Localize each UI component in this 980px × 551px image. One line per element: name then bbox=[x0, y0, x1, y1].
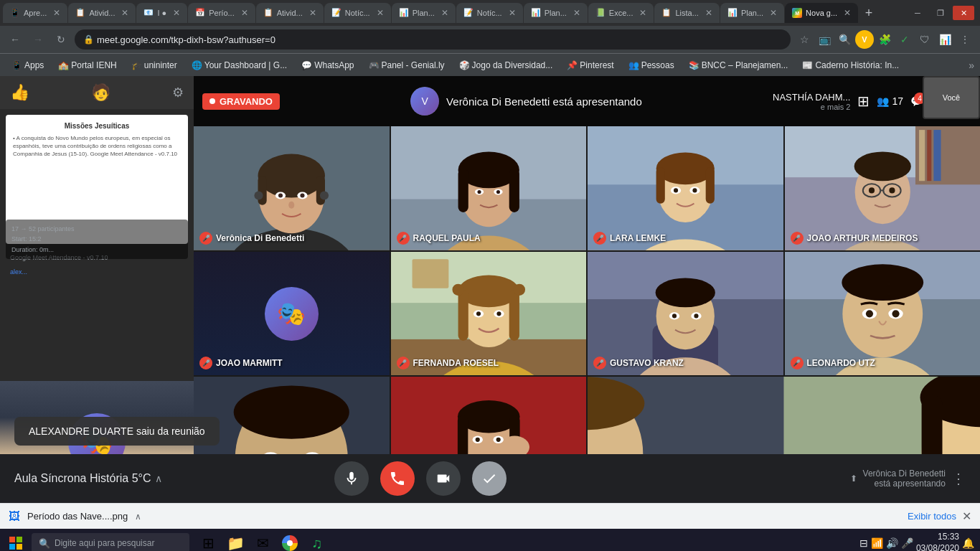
reload-button[interactable]: ↻ bbox=[52, 30, 70, 49]
chat-button[interactable]: 💬 4 bbox=[910, 95, 923, 107]
notification-icon[interactable]: 🔔 bbox=[962, 537, 974, 549]
microphone-button[interactable] bbox=[334, 461, 369, 496]
bookmark-caderno[interactable]: 📰 Caderno História: In... bbox=[796, 59, 905, 72]
tab-8[interactable]: 📝 Notíc... ✕ bbox=[456, 3, 523, 23]
tab-9[interactable]: 📊 Plan... ✕ bbox=[524, 3, 588, 23]
bookmark-genially[interactable]: 🎮 Panel - Genial.ly bbox=[363, 59, 451, 72]
bookmark-pinterest[interactable]: 📌 Pinterest bbox=[561, 59, 619, 72]
network-icon[interactable]: 📶 bbox=[871, 537, 883, 549]
emoji-reaction-button[interactable]: 🧑 bbox=[91, 83, 110, 102]
window-controls: ─ ❐ ✕ bbox=[907, 6, 977, 20]
extension-3-icon[interactable]: 📊 bbox=[936, 30, 954, 49]
tab-6[interactable]: 📝 Notíc... ✕ bbox=[324, 3, 391, 23]
tab-2[interactable]: 📋 Ativid... ✕ bbox=[68, 3, 136, 23]
task-view-icon: ⊞ bbox=[202, 534, 215, 551]
bookmark-genially-icon: 🎮 bbox=[369, 60, 379, 70]
extension-1-icon[interactable]: ✓ bbox=[895, 30, 914, 49]
tab-close-12[interactable]: ✕ bbox=[770, 8, 777, 18]
start-button[interactable] bbox=[0, 529, 32, 551]
captions-chevron-button[interactable]: ∧ bbox=[155, 473, 162, 484]
thumbs-up-button[interactable]: 👍 bbox=[10, 83, 29, 102]
bookmark-pinterest-icon: 📌 bbox=[567, 60, 577, 70]
taskbar-item-files[interactable]: 📁 bbox=[222, 530, 248, 551]
tab-close-4[interactable]: ✕ bbox=[241, 8, 248, 18]
hangup-button[interactable] bbox=[380, 461, 415, 496]
bookmark-caderno-label: Caderno História: In... bbox=[815, 60, 899, 70]
cohost-name: NASTHÍA DAHM... bbox=[773, 92, 850, 103]
system-clock[interactable]: 15:33 03/08/2020 bbox=[916, 532, 959, 551]
tab-close-3[interactable]: ✕ bbox=[173, 8, 180, 18]
bookmark-bncc[interactable]: 📚 BNCC – Planejamen... bbox=[683, 59, 794, 72]
cast-icon[interactable]: 📺 bbox=[815, 30, 834, 49]
bookmark-apps[interactable]: 📱 Apps bbox=[6, 59, 50, 72]
taskbar-item-task-view[interactable]: ⊞ bbox=[195, 530, 221, 551]
bookmark-portal[interactable]: 🏫 Portal IENH bbox=[52, 59, 122, 72]
close-button[interactable]: ✕ bbox=[953, 6, 974, 20]
svg-rect-40 bbox=[933, 130, 941, 181]
bookmark-pessoas[interactable]: 👥 Pessoas bbox=[623, 59, 680, 72]
taskbar-item-chrome[interactable] bbox=[277, 530, 303, 551]
tab-title-13: Nova g... bbox=[806, 9, 837, 17]
address-input[interactable]: 🔒 meet.google.com/tkp-dixh-bsw?authuser=… bbox=[75, 29, 791, 50]
tab-close-11[interactable]: ✕ bbox=[705, 8, 712, 18]
bookmark-unininter[interactable]: 🎓 unininter bbox=[126, 59, 183, 72]
raise-hand-button[interactable] bbox=[472, 461, 507, 496]
taskbar-item-spotify[interactable]: ♫ bbox=[304, 530, 330, 551]
more-tools-icon[interactable]: ⋮ bbox=[956, 30, 974, 49]
joao-arthur-name: JOAO ARTHUR MEDEIROS bbox=[807, 233, 918, 243]
show-all-button[interactable]: Exibir todos bbox=[908, 511, 956, 522]
bookmark-star-icon[interactable]: ☆ bbox=[795, 30, 814, 49]
tab-4[interactable]: 📅 Perío... ✕ bbox=[188, 3, 255, 23]
maximize-button[interactable]: ❐ bbox=[930, 6, 951, 20]
tab-13[interactable]: M Nova g... ✕ bbox=[785, 3, 858, 23]
profile-icon[interactable]: V bbox=[855, 30, 874, 49]
tab-close-7[interactable]: ✕ bbox=[441, 8, 448, 18]
new-tab-button[interactable]: + bbox=[859, 3, 879, 23]
fernanda-label: 🎤 FERNANDA ROESEL bbox=[397, 357, 499, 369]
more-options-button[interactable]: ⋮ bbox=[951, 470, 966, 487]
participants-button[interactable]: 👥 17 bbox=[877, 95, 903, 107]
bookmark-whatsapp[interactable]: 💬 WhatsApp bbox=[296, 59, 359, 72]
tab-title-2: Ativid... bbox=[89, 9, 115, 17]
tab-close-13[interactable]: ✕ bbox=[844, 8, 851, 18]
bookmark-jogo[interactable]: 🎲 Jogo da Diversidad... bbox=[453, 59, 559, 72]
back-button[interactable]: ← bbox=[6, 30, 24, 49]
taskbar-item-mail[interactable]: ✉ bbox=[250, 530, 275, 551]
settings-icon[interactable]: ⚙ bbox=[172, 85, 184, 100]
bookmark-dashboard[interactable]: 🌐 Your Dashboard | G... bbox=[186, 59, 293, 72]
user-video-thumb: Você bbox=[923, 76, 980, 119]
tab-close-9[interactable]: ✕ bbox=[573, 8, 580, 18]
microphone-sys-icon[interactable]: 🎤 bbox=[901, 537, 913, 549]
tab-close-5[interactable]: ✕ bbox=[309, 8, 316, 18]
show-desktop-icon[interactable]: ⊟ bbox=[859, 537, 868, 549]
volume-icon[interactable]: 🔊 bbox=[886, 537, 898, 549]
close-download-button[interactable]: ✕ bbox=[962, 509, 971, 523]
tab-5[interactable]: 📋 Ativid... ✕ bbox=[256, 3, 324, 23]
tab-12[interactable]: 📊 Plan... ✕ bbox=[720, 3, 784, 23]
grid-view-button[interactable]: ⊞ bbox=[857, 93, 870, 110]
zoom-icon[interactable]: 🔍 bbox=[835, 30, 854, 49]
forward-button[interactable]: → bbox=[29, 30, 47, 49]
bookmarks-more-button[interactable]: » bbox=[969, 60, 974, 71]
tab-title-12: Plan... bbox=[741, 9, 763, 17]
tab-close-10[interactable]: ✕ bbox=[639, 8, 646, 18]
extensions-icon[interactable]: 🧩 bbox=[875, 30, 894, 49]
leonardo-label: 🎤 LEONARDO UTZ bbox=[791, 357, 875, 369]
download-bar: 🖼 Período das Nave....png ∧ Exibir todos… bbox=[0, 503, 980, 529]
minimize-button[interactable]: ─ bbox=[907, 6, 928, 20]
tab-10[interactable]: 📗 Exce... ✕ bbox=[588, 3, 654, 23]
tab-close-2[interactable]: ✕ bbox=[121, 8, 128, 18]
tab-close-6[interactable]: ✕ bbox=[377, 8, 384, 18]
tab-3[interactable]: 📧 I ● ✕ bbox=[136, 3, 187, 23]
tab-close-1[interactable]: ✕ bbox=[53, 8, 60, 18]
camera-button[interactable] bbox=[426, 461, 461, 496]
extension-2-icon[interactable]: 🛡 bbox=[915, 30, 934, 49]
download-chevron-button[interactable]: ∧ bbox=[135, 512, 141, 522]
taskbar-search[interactable]: 🔍 Digite aqui para pesquisar bbox=[32, 533, 189, 551]
tab-1[interactable]: 📱 Apre... ✕ bbox=[3, 3, 67, 23]
tab-7[interactable]: 📊 Plan... ✕ bbox=[392, 3, 456, 23]
tab-close-8[interactable]: ✕ bbox=[509, 8, 516, 18]
bookmark-portal-label: Portal IENH bbox=[71, 60, 116, 70]
attendance-link[interactable]: alex... bbox=[0, 265, 194, 278]
tab-11[interactable]: 📋 Lista... ✕ bbox=[654, 3, 719, 23]
